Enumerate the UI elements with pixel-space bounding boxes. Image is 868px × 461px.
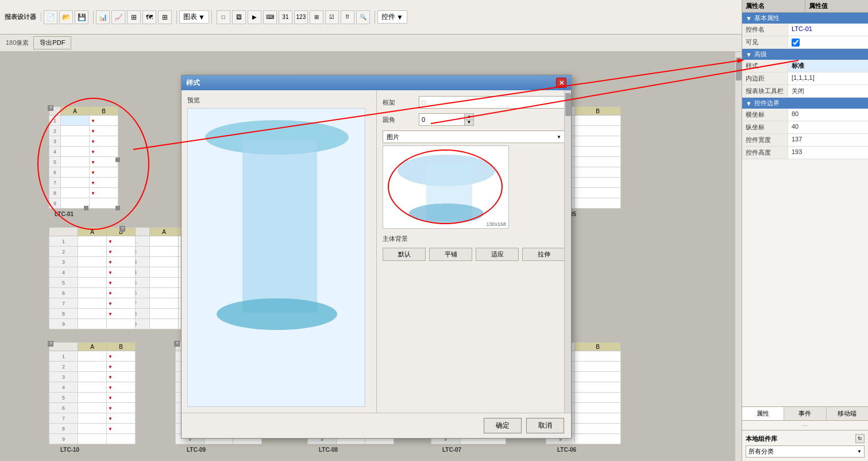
bg-label: 主体背景 (383, 235, 408, 242)
cell-ltc01-5b[interactable]: ▼ (90, 157, 118, 167)
rect-btn[interactable]: □ (217, 10, 230, 24)
dialog-close-btn[interactable]: ✕ (556, 78, 566, 88)
search-btn[interactable]: 🔍 (356, 10, 370, 24)
image-dropdown-arrow: ▼ (557, 135, 561, 140)
canvas-scrollbar[interactable] (735, 52, 742, 461)
prop-value-toolbar[interactable]: 关闭 (788, 85, 868, 97)
cell-ltc01-2b[interactable]: ▼ (90, 126, 118, 136)
comp-lib-category-dropdown[interactable]: 所有分类 ▼ (746, 445, 865, 458)
frame-input-display[interactable]: □ (419, 96, 565, 109)
basic-section-header: ▼ 基本属性 (742, 13, 868, 24)
dialog-title: 样式 (186, 78, 200, 88)
cell-ltc11-1a[interactable] (150, 236, 179, 247)
tab-props[interactable]: 属性 (742, 407, 784, 420)
num-btn[interactable]: 31 (279, 10, 292, 24)
prop-row-visible: 可见 (742, 36, 868, 49)
dialog-controls-panel: 框架 □ 圆角 0 ▲ ▼ 图 (377, 90, 571, 413)
dialog-scroll-thumb[interactable] (565, 93, 571, 116)
visible-checkbox[interactable] (792, 39, 800, 47)
prop-label-y: 纵坐标 (742, 121, 788, 133)
cell-ltc01-2a[interactable] (61, 126, 90, 136)
cancel-btn[interactable]: 取消 (526, 418, 564, 433)
resize-handle-ltc01-s[interactable] (84, 206, 88, 210)
img-btn[interactable]: 🖼 (232, 10, 246, 24)
code-btn[interactable]: ⊞ (310, 10, 323, 24)
basic-section-collapse-icon: ▼ (746, 15, 752, 22)
drag-handle-ltc09[interactable]: ⠿ (174, 341, 180, 347)
tab-events[interactable]: 事件 (784, 407, 826, 420)
cell-ltc01-7b[interactable]: ▼ (90, 178, 118, 188)
prop-label-x: 横坐标 (742, 109, 788, 121)
drag-handle-ltc10[interactable]: ⠿ (48, 341, 53, 347)
table-ltc-10: ⠿ A B 1▼ 2▼ 3▼ 4▼ 5▼ 6▼ 7▼ 8▼ 9 LTC-10 (49, 342, 136, 444)
prop-value-name[interactable]: LTC-01 (788, 24, 868, 36)
tab-mobile[interactable]: 移动端 (827, 407, 868, 420)
grid-btn[interactable]: ⊞ (158, 10, 172, 24)
ltc06-label: LTC-06 (557, 447, 576, 453)
new-btn[interactable]: 📄 (44, 10, 57, 24)
prop-value-padding[interactable]: [1,1,1,1] (788, 72, 868, 84)
frame-input-placeholder: □ (422, 99, 426, 106)
prop-label-toolbar: 报表块工具栏 (742, 85, 788, 97)
drag-handle-ltc11[interactable]: ⠿ (119, 226, 125, 232)
cell-ltc01-5a[interactable] (61, 157, 90, 167)
corner-input[interactable]: 0 (419, 113, 465, 126)
basic-section-label: 基本属性 (754, 14, 780, 22)
line-btn[interactable]: 📈 (111, 10, 125, 24)
default-btn[interactable]: 默认 (383, 248, 426, 261)
open-btn[interactable]: 📂 (59, 10, 73, 24)
comp-lib-header: 本地组件库 ↻ (746, 434, 865, 443)
save-btn[interactable]: 💾 (75, 10, 88, 24)
chart-dropdown[interactable]: 图表 ▼ (179, 10, 209, 24)
comp-lib-refresh-btn[interactable]: ↻ (855, 434, 865, 443)
map-btn[interactable]: 🗺 (142, 10, 156, 24)
image-dropdown[interactable]: 图片 ▼ (383, 130, 565, 143)
resize-handle-ltc01[interactable] (115, 206, 120, 210)
cell-ltc01-9b[interactable] (90, 198, 118, 209)
input-btn[interactable]: ⌨ (263, 10, 277, 24)
cell-ltc01-4b[interactable]: ▼ (90, 147, 118, 157)
prop-value-height[interactable]: 193 (788, 147, 868, 159)
prop-value-style[interactable]: 标准 (788, 60, 868, 72)
corner-spin-up[interactable]: ▲ (465, 114, 473, 120)
video-btn[interactable]: ▶ (248, 10, 261, 24)
cell-ltc01-1b[interactable]: ▼ (90, 116, 118, 126)
table-group2-left: A B 1▼ 2▼ 3▼ 4▼ 5▼ 6▼ 7▼ 8▼ 9 (49, 227, 136, 329)
chart-label: 图表 (183, 12, 197, 22)
corner-spin-down[interactable]: ▼ (465, 120, 473, 126)
txt-btn[interactable]: 123 (294, 10, 308, 24)
prop-value-width[interactable]: 137 (788, 134, 868, 146)
corner-spin-wrapper: 0 ▲ ▼ (419, 113, 474, 126)
prop-value-y[interactable]: 40 (788, 121, 868, 133)
cb-btn[interactable]: ☑ (325, 10, 339, 24)
cell-ltc01-3b[interactable]: ▼ (90, 136, 118, 147)
image-section: 图片 ▼ 130x168 主体背景 (383, 130, 565, 261)
export-pdf-btn[interactable]: 导出PDF (33, 36, 71, 49)
dialog-scrollbar[interactable] (564, 90, 571, 413)
prop-value-x[interactable]: 80 (788, 109, 868, 121)
scrollbar-thumb[interactable] (736, 57, 742, 80)
cell-ltc01-4a[interactable] (61, 147, 90, 157)
control-dropdown[interactable]: 控件 ▼ (377, 10, 407, 24)
cell-ltc01-6b[interactable]: ▼ (90, 167, 118, 178)
cell-ltc01-7a[interactable] (61, 178, 90, 188)
chart-btn[interactable]: 📊 (96, 10, 110, 24)
prop-value-visible[interactable] (788, 36, 868, 48)
table-btn[interactable]: ⊞ (127, 10, 141, 24)
tile-btn[interactable]: 平铺 (429, 248, 472, 261)
col-header-b-ltc01: B (90, 107, 118, 116)
drag-handle-ltc01[interactable]: ⠿ (48, 105, 53, 111)
dialog-preview-panel: 预览 (182, 90, 377, 413)
cell-ltc01-1a[interactable] (61, 116, 90, 126)
cell-ltc01-3a[interactable] (61, 136, 90, 147)
stretch-btn[interactable]: 拉伸 (522, 248, 565, 261)
cell-ltc01-8a[interactable] (61, 188, 90, 198)
img-ellipse-bot (409, 203, 484, 224)
dots-btn[interactable]: ⠿ (341, 10, 354, 24)
cell-ltc01-6a[interactable] (61, 167, 90, 178)
cell-ltc01-8b[interactable]: ▼ (90, 188, 118, 198)
prop-row-padding: 内边距 [1,1,1,1] (742, 72, 868, 85)
resize-handle-ltc01-e[interactable] (115, 157, 120, 162)
ok-btn[interactable]: 确定 (484, 418, 522, 433)
fit-btn[interactable]: 适应 (476, 248, 519, 261)
